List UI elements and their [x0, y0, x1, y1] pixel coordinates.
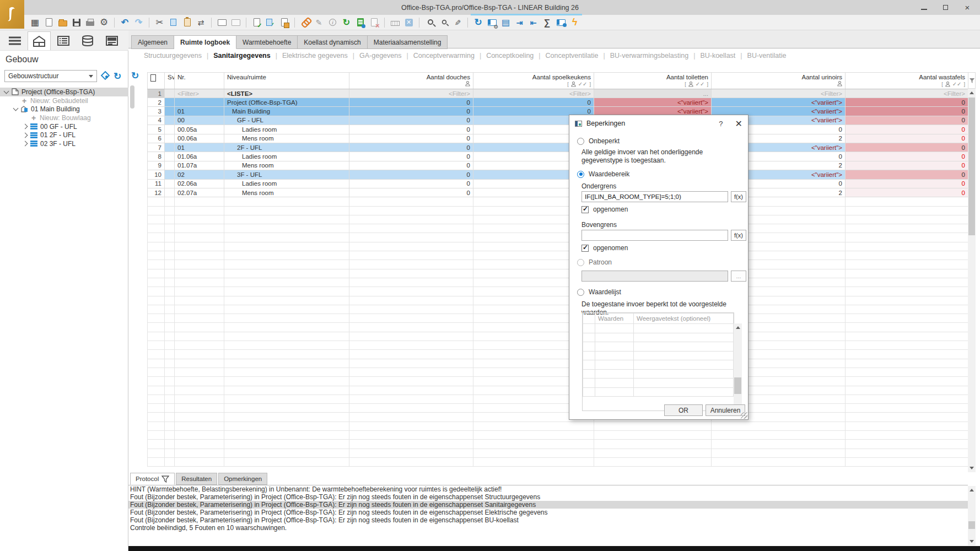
ondergrens-opgenomen-checkbox[interactable] — [581, 206, 589, 213]
column-header[interactable]: Aantal wastafels[✓✓] — [846, 73, 968, 89]
column-header[interactable]: Aantal douches — [349, 73, 473, 89]
grid-empty-row[interactable] — [148, 386, 968, 395]
redo-icon[interactable]: ↷ — [132, 16, 145, 29]
refresh-icon[interactable]: ↻ — [114, 71, 121, 82]
onbeperkt-radio[interactable] — [577, 138, 584, 145]
protocol-message[interactable]: Controle beëindigd, 5 Fouten en 10 waars… — [128, 524, 968, 532]
link-icon[interactable] — [299, 16, 311, 29]
grid-data-row[interactable]: 1202.07aMens room020 — [148, 188, 968, 197]
list-tab-icon[interactable] — [52, 31, 75, 50]
open-folder-icon[interactable] — [56, 16, 69, 29]
expander-down-icon[interactable] — [13, 106, 19, 111]
values-table-row[interactable] — [583, 342, 734, 352]
grid-empty-row[interactable] — [148, 314, 968, 323]
waardelijst-radio[interactable] — [577, 289, 584, 296]
cut-icon[interactable]: ✂ — [153, 16, 166, 29]
protocol-vertical-scrollbar[interactable] — [968, 486, 976, 545]
dialog-title-bar[interactable]: Beperkingen ? ✕ — [569, 115, 748, 132]
document-check-icon[interactable] — [250, 16, 263, 29]
monitor-out-icon[interactable] — [216, 16, 228, 29]
grid-empty-row[interactable] — [148, 413, 968, 422]
menu-icon[interactable] — [3, 31, 26, 50]
splitter-handle[interactable] — [130, 85, 134, 109]
cancel-button[interactable]: Annuleren — [706, 404, 745, 416]
grid-empty-row[interactable] — [148, 215, 968, 224]
grid-empty-row[interactable] — [148, 341, 968, 350]
filter-row[interactable]: 1<Filter><LISTE><Filter><Filter>...<Filt… — [148, 89, 968, 98]
export-arrow-icon[interactable]: ⇥ — [513, 16, 526, 29]
expander-right-icon[interactable] — [23, 132, 28, 138]
column-header[interactable]: Aantal urinoirs — [712, 73, 846, 89]
new-document-icon[interactable] — [42, 16, 55, 29]
grid-empty-row[interactable] — [148, 233, 968, 242]
list-view-icon[interactable]: ▤ — [499, 16, 512, 29]
expander-right-icon[interactable] — [23, 141, 28, 147]
subtab-conceptkoeling[interactable]: Conceptkoeling — [481, 52, 539, 60]
grid-empty-row[interactable] — [148, 377, 968, 386]
monitor-in-icon[interactable] — [229, 16, 242, 29]
subtab-bu-ventilatie[interactable]: BU-ventilatie — [742, 52, 791, 60]
tab-warmtebehoefte[interactable]: Warmtebehoefte — [236, 35, 298, 49]
grid-data-row[interactable]: 1102.06aLadies room000 — [148, 179, 968, 188]
subtab-elektrische-gegevens[interactable]: Elektrische gegevens — [277, 52, 353, 60]
document-calc-icon[interactable] — [278, 16, 290, 29]
scroll-thumb[interactable] — [968, 521, 975, 529]
grid-data-row[interactable]: 301Main Building00<"variiert"><"variiert… — [148, 107, 968, 116]
apps-grid-icon[interactable]: ▦ — [29, 16, 41, 29]
undo-icon[interactable]: ↶ — [119, 16, 131, 29]
subtab-conceptverwarming[interactable]: Conceptverwarming — [408, 52, 480, 60]
form-tab-icon[interactable] — [100, 31, 123, 50]
scroll-down-button[interactable] — [968, 537, 976, 545]
protocol-message[interactable]: Fout (Bijzonder bestek, Parameterisering… — [128, 516, 968, 524]
grid-data-row[interactable]: 901.07aMens room020 — [148, 161, 968, 170]
tree-item[interactable]: 01 Main Building — [0, 105, 128, 114]
grid-data-row[interactable]: 600.06aMens room020 — [148, 134, 968, 143]
subtab-structuurgegevens[interactable]: Structuurgegevens — [139, 52, 207, 60]
flash-icon[interactable]: ϟ — [568, 16, 581, 29]
grid-empty-row[interactable] — [148, 457, 968, 466]
grid-empty-row[interactable] — [148, 260, 968, 269]
grid-vertical-scrollbar[interactable] — [968, 89, 976, 472]
ok-button[interactable]: OR — [664, 404, 703, 416]
window-settings-icon[interactable] — [486, 16, 498, 29]
values-table-row[interactable] — [583, 333, 734, 342]
values-table-row[interactable] — [583, 351, 734, 360]
patroon-radio[interactable] — [577, 259, 584, 266]
grid-empty-row[interactable] — [148, 305, 968, 314]
window-badge-icon[interactable] — [554, 16, 567, 29]
grid-empty-row[interactable] — [148, 197, 968, 206]
resize-grip[interactable] — [741, 412, 747, 419]
ondergrens-input[interactable]: IF([LIN_BA_ROOM_TYPE]=5;1;0) — [581, 191, 728, 202]
grid-empty-row[interactable] — [148, 431, 968, 440]
swap-icon[interactable]: ⇄ — [195, 16, 207, 29]
tab-algemeen[interactable]: Algemeen — [131, 35, 174, 49]
grid-data-row[interactable]: 801.06aLadies room000 — [148, 152, 968, 161]
tab-materiaalsamenstelling[interactable]: Materiaalsamenstelling — [368, 35, 448, 49]
info-circle-icon[interactable]: i — [326, 16, 339, 29]
tree-item-new[interactable]: +Nieuw: Gebäudeteil — [0, 96, 128, 105]
column-header[interactable]: Nr. — [175, 73, 224, 89]
help-button[interactable]: ? — [719, 120, 723, 128]
grid-empty-row[interactable] — [148, 440, 968, 449]
close-box-icon[interactable]: ✕ — [402, 16, 415, 29]
measure-ruler-icon[interactable] — [389, 16, 401, 29]
refresh-green-icon[interactable]: ↻ — [340, 16, 353, 29]
tab-koellast-dynamisch[interactable]: Koellast dynamisch — [298, 35, 367, 49]
grid-empty-row[interactable] — [148, 269, 968, 278]
column-header[interactable]: Sv — [165, 73, 175, 89]
protocol-tab-resultaten[interactable]: Resultaten — [176, 473, 217, 485]
bovengrens-fx-button[interactable]: f(x) — [731, 230, 746, 241]
grid-empty-row[interactable] — [148, 323, 968, 332]
scroll-up-button[interactable] — [734, 323, 742, 332]
grid-refresh-icon[interactable]: ↻ — [131, 70, 139, 82]
tree-item[interactable]: 02 3F - UFL — [0, 139, 128, 148]
values-table[interactable]: WaardenWeergavetekst (optioneel) — [582, 312, 734, 411]
subtab-ga-gegevens[interactable]: GA-gegevens — [354, 52, 406, 60]
paste-icon[interactable] — [181, 16, 193, 29]
zoom-icon[interactable] — [423, 16, 436, 29]
protocol-message[interactable]: Fout (Bijzonder bestek, Parameterisering… — [128, 493, 968, 501]
grid-empty-row[interactable] — [148, 332, 968, 341]
grid-empty-row[interactable] — [148, 224, 968, 233]
grid-data-row[interactable]: 400GF - UFL0<"variiert">0 — [148, 116, 968, 125]
edit-pencil-icon[interactable]: ✎ — [313, 16, 325, 29]
